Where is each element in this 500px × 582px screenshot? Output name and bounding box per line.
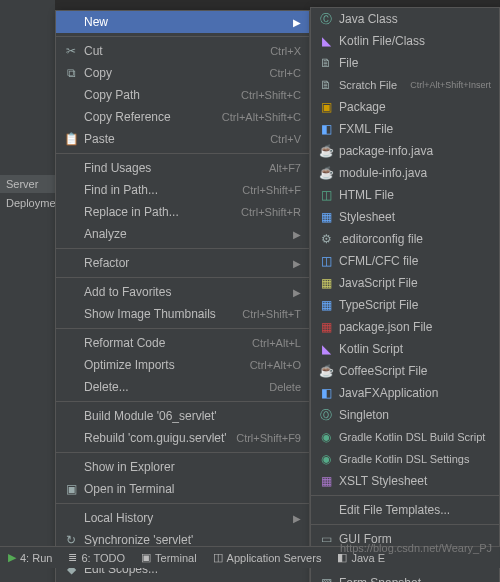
java-icon: ☕ [317, 144, 335, 158]
gradle-settings-menu[interactable]: ◉Gradle Kotlin DSL Settings [311, 448, 499, 470]
snapshot-icon: ▧ [317, 576, 335, 582]
watermark: https://blog.csdn.net/Weary_PJ [340, 542, 492, 554]
scratch-file-menu[interactable]: 🗎Scratch FileCtrl+Alt+Shift+Insert [311, 74, 499, 96]
package-menu[interactable]: ▣Package [311, 96, 499, 118]
add-favorites-menu[interactable]: Add to Favorites▶ [56, 281, 309, 303]
show-explorer-menu[interactable]: Show in Explorer [56, 456, 309, 478]
separator [56, 401, 309, 402]
html-icon: ◫ [317, 188, 335, 202]
local-history-menu[interactable]: Local History▶ [56, 507, 309, 529]
terminal-tab[interactable]: ▣Terminal [133, 551, 205, 564]
separator [56, 452, 309, 453]
cfml-icon: ◫ [317, 254, 335, 268]
java-class-menu[interactable]: ⒸJava Class [311, 8, 499, 30]
optimize-imports-menu[interactable]: Optimize ImportsCtrl+Alt+O [56, 354, 309, 376]
copy-menu[interactable]: ⧉CopyCtrl+C [56, 62, 309, 84]
separator [56, 248, 309, 249]
run-tab[interactable]: ▶4: Run [0, 551, 60, 564]
module-info-menu[interactable]: ☕module-info.java [311, 162, 499, 184]
new-menu[interactable]: New▶ [56, 11, 309, 33]
side-tabs: Server Deployment [0, 175, 55, 212]
separator [311, 524, 499, 525]
run-icon: ▶ [8, 551, 16, 564]
open-terminal-menu[interactable]: ▣Open in Terminal [56, 478, 309, 500]
find-in-path-menu[interactable]: Find in Path...Ctrl+Shift+F [56, 179, 309, 201]
coffee-icon: ☕ [317, 364, 335, 378]
html-file-menu[interactable]: ◫HTML File [311, 184, 499, 206]
gradle-icon: ◉ [317, 430, 335, 444]
file-icon: 🗎 [317, 56, 335, 70]
kotlin-icon: ◣ [317, 34, 335, 48]
build-module-menu[interactable]: Build Module '06_servlet' [56, 405, 309, 427]
xslt-icon: ▦ [317, 474, 335, 488]
separator [56, 328, 309, 329]
fxml-menu[interactable]: ◧FXML File [311, 118, 499, 140]
js-icon: ▦ [317, 276, 335, 290]
replace-in-path-menu[interactable]: Replace in Path...Ctrl+Shift+R [56, 201, 309, 223]
java-icon: ☕ [317, 166, 335, 180]
new-submenu: ⒸJava Class ◣Kotlin File/Class 🗎File 🗎Sc… [310, 7, 500, 582]
fxml-icon: ◧ [317, 122, 335, 136]
app-servers-tab[interactable]: ◫Application Servers [205, 551, 330, 564]
server-tab[interactable]: Server [0, 175, 55, 193]
paste-menu[interactable]: 📋PasteCtrl+V [56, 128, 309, 150]
javafx-menu[interactable]: ◧JavaFXApplication [311, 382, 499, 404]
ts-icon: ▦ [317, 298, 335, 312]
rebuild-menu[interactable]: Rebuild 'com.guigu.servlet'Ctrl+Shift+F9 [56, 427, 309, 449]
copy-ref-menu[interactable]: Copy ReferenceCtrl+Alt+Shift+C [56, 106, 309, 128]
show-thumbnails-menu[interactable]: Show Image ThumbnailsCtrl+Shift+T [56, 303, 309, 325]
js-file-menu[interactable]: ▦JavaScript File [311, 272, 499, 294]
package-info-menu[interactable]: ☕package-info.java [311, 140, 499, 162]
reformat-menu[interactable]: Reformat CodeCtrl+Alt+L [56, 332, 309, 354]
cut-icon: ✂ [62, 44, 80, 58]
javafx-icon: ◧ [317, 386, 335, 400]
separator [56, 277, 309, 278]
todo-tab[interactable]: ≣6: TODO [60, 551, 133, 564]
package-json-menu[interactable]: ▦package.json File [311, 316, 499, 338]
gradle-icon: ◉ [317, 452, 335, 466]
separator [56, 503, 309, 504]
separator [56, 36, 309, 37]
edit-templates-menu[interactable]: Edit File Templates... [311, 499, 499, 521]
singleton-menu[interactable]: ⓄSingleton [311, 404, 499, 426]
deployment-tab[interactable]: Deployment [0, 194, 55, 212]
terminal-icon: ▣ [62, 482, 80, 496]
terminal-icon: ▣ [141, 551, 151, 564]
analyze-menu[interactable]: Analyze▶ [56, 223, 309, 245]
form-icon: ▭ [317, 532, 335, 546]
context-menu: New▶ ✂CutCtrl+X ⧉CopyCtrl+C Copy PathCtr… [55, 10, 310, 582]
css-icon: ▦ [317, 210, 335, 224]
project-tree-bg [0, 0, 55, 582]
separator [311, 495, 499, 496]
copy-path-menu[interactable]: Copy PathCtrl+Shift+C [56, 84, 309, 106]
config-icon: ⚙ [317, 232, 335, 246]
file-menu[interactable]: 🗎File [311, 52, 499, 74]
singleton-icon: Ⓞ [317, 407, 335, 424]
find-usages-menu[interactable]: Find UsagesAlt+F7 [56, 157, 309, 179]
form-snapshot-menu[interactable]: ▧Form Snapshot [311, 572, 499, 582]
sync-icon: ↻ [62, 533, 80, 547]
copy-icon: ⧉ [62, 66, 80, 80]
cfml-menu[interactable]: ◫CFML/CFC file [311, 250, 499, 272]
kotlin-file-menu[interactable]: ◣Kotlin File/Class [311, 30, 499, 52]
editorconfig-menu[interactable]: ⚙.editorconfig file [311, 228, 499, 250]
paste-icon: 📋 [62, 132, 80, 146]
kotlin-script-menu[interactable]: ◣Kotlin Script [311, 338, 499, 360]
delete-menu[interactable]: Delete...Delete [56, 376, 309, 398]
coffee-menu[interactable]: ☕CoffeeScript File [311, 360, 499, 382]
ts-file-menu[interactable]: ▦TypeScript File [311, 294, 499, 316]
gradle-build-menu[interactable]: ◉Gradle Kotlin DSL Build Script [311, 426, 499, 448]
separator [56, 153, 309, 154]
cut-menu[interactable]: ✂CutCtrl+X [56, 40, 309, 62]
xslt-menu[interactable]: ▦XSLT Stylesheet [311, 470, 499, 492]
refactor-menu[interactable]: Refactor▶ [56, 252, 309, 274]
package-icon: ▣ [317, 100, 335, 114]
todo-icon: ≣ [68, 551, 77, 564]
stylesheet-menu[interactable]: ▦Stylesheet [311, 206, 499, 228]
kotlin-icon: ◣ [317, 342, 335, 356]
java-class-icon: Ⓒ [317, 11, 335, 28]
server-icon: ◫ [213, 551, 223, 564]
scratch-icon: 🗎 [317, 78, 335, 92]
npm-icon: ▦ [317, 320, 335, 334]
